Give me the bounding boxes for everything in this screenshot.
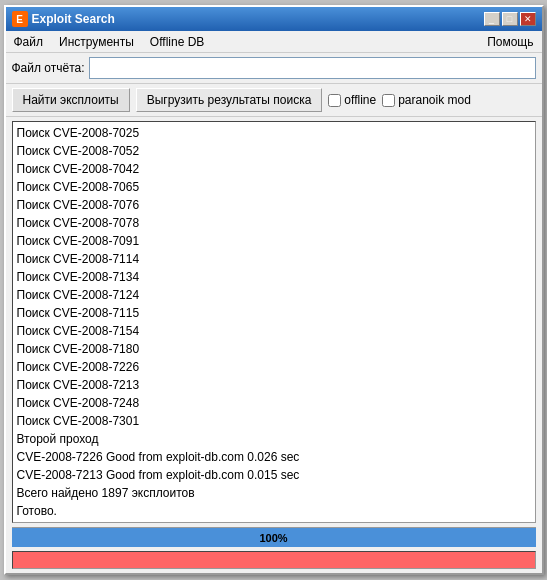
result-line: Поиск CVE-2008-7154 xyxy=(17,322,531,340)
status-bar xyxy=(12,551,536,569)
offline-checkbox-group: offline xyxy=(328,93,376,107)
result-line: Поиск CVE-2008-7114 xyxy=(17,250,531,268)
window-title: Exploit Search xyxy=(32,12,115,26)
maximize-button[interactable]: □ xyxy=(502,12,518,26)
menu-tools[interactable]: Инструменты xyxy=(51,33,142,50)
result-line: Поиск CVE-2008-7076 xyxy=(17,196,531,214)
find-exploits-button[interactable]: Найти эксплоиты xyxy=(12,88,130,112)
result-line: Второй проход xyxy=(17,430,531,448)
file-label: Файл отчёта: xyxy=(12,61,85,75)
result-line: Поиск CVE-2008-7115 xyxy=(17,304,531,322)
result-line: Поиск CVE-2008-7226 xyxy=(17,358,531,376)
main-window: E Exploit Search _ □ ✕ Файл Инструменты … xyxy=(4,5,544,575)
result-line: Поиск CVE-2008-7025 xyxy=(17,124,531,142)
title-bar: E Exploit Search _ □ ✕ xyxy=(6,7,542,31)
menu-bar: Файл Инструменты Offline DB Помощь xyxy=(6,31,542,53)
result-line: Поиск CVE-2008-7052 xyxy=(17,142,531,160)
export-results-button[interactable]: Выгрузить результаты поиска xyxy=(136,88,323,112)
menu-help[interactable]: Помощь xyxy=(479,33,541,50)
paranoik-checkbox-group: paranoik mod xyxy=(382,93,471,107)
offline-label: offline xyxy=(344,93,376,107)
paranoik-checkbox[interactable] xyxy=(382,94,395,107)
title-bar-left: E Exploit Search xyxy=(12,11,115,27)
result-line: Поиск CVE-2008-7248 xyxy=(17,394,531,412)
result-line: Поиск CVE-2008-7078 xyxy=(17,214,531,232)
result-line: Поиск CVE-2008-7124 xyxy=(17,286,531,304)
result-line: Поиск CVE-2008-7042 xyxy=(17,160,531,178)
result-line: Поиск CVE-2008-7091 xyxy=(17,232,531,250)
offline-checkbox[interactable] xyxy=(328,94,341,107)
paranoik-label: paranoik mod xyxy=(398,93,471,107)
progress-label: 100% xyxy=(12,528,536,547)
minimize-button[interactable]: _ xyxy=(484,12,500,26)
result-line: Поиск CVE-2008-7301 xyxy=(17,412,531,430)
file-toolbar: Файл отчёта: xyxy=(6,53,542,84)
result-line: CVE-2008-7226 Good from exploit-db.com 0… xyxy=(17,448,531,466)
progress-bar-container: 100% xyxy=(12,527,536,547)
result-line: Готово. xyxy=(17,502,531,520)
result-line: Поиск CVE-2008-7213 xyxy=(17,376,531,394)
menu-offline-db[interactable]: Offline DB xyxy=(142,33,212,50)
menu-file[interactable]: Файл xyxy=(6,33,52,50)
result-line: CVE-2008-7213 Good from exploit-db.com 0… xyxy=(17,466,531,484)
close-button[interactable]: ✕ xyxy=(520,12,536,26)
button-row: Найти эксплоиты Выгрузить результаты пои… xyxy=(6,84,542,117)
result-line: Поиск CVE-2008-7065 xyxy=(17,178,531,196)
result-line: Поиск CVE-2008-7180 xyxy=(17,340,531,358)
title-buttons: _ □ ✕ xyxy=(484,12,536,26)
results-area: Поиск CVE-2008-7025Поиск CVE-2008-7052По… xyxy=(12,121,536,523)
result-line: Всего найдено 1897 эксплоитов xyxy=(17,484,531,502)
app-icon: E xyxy=(12,11,28,27)
result-line: Поиск CVE-2008-7134 xyxy=(17,268,531,286)
file-path-input[interactable] xyxy=(89,57,536,79)
